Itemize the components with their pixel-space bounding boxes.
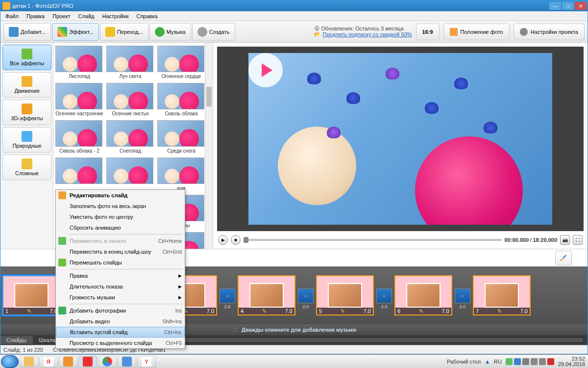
tab-add[interactable]: Добавит...	[3, 23, 51, 41]
ctx-item[interactable]: Громкость музыки▶	[56, 292, 185, 303]
play-button[interactable]: ▶	[218, 235, 228, 245]
stop-button[interactable]: ■	[231, 235, 241, 245]
timecode: 00:00.000 / 18:20.000	[505, 237, 557, 243]
show-desktop[interactable]: Рабочий стол	[447, 359, 481, 365]
cat-3d[interactable]: 3D-эффекты	[2, 100, 51, 125]
task-notepad[interactable]	[118, 356, 136, 368]
app-icon	[2, 2, 10, 10]
ctx-item[interactable]: Вставить пустой слайдCtrl+Ins	[56, 327, 185, 338]
updates-info: 🛈 Обновления: Осталось 3 месяца 📂 Продли…	[314, 26, 412, 38]
effect-item[interactable]	[106, 158, 154, 194]
effect-item[interactable]: Осенние листья	[106, 83, 154, 119]
tray-icons[interactable]	[506, 358, 554, 365]
transition[interactable]: ◦2.0	[219, 282, 236, 309]
context-menu: Редактировать слайдЗаполнить фото на вес…	[55, 189, 185, 349]
menu-slide[interactable]: Слайд	[74, 12, 98, 20]
play-overlay-button[interactable]	[248, 53, 283, 87]
ctx-item[interactable]: Добавить фотографииIns	[56, 305, 185, 316]
layers-icon	[22, 158, 32, 169]
effect-item[interactable]: Сквозь облака - 2	[55, 120, 103, 157]
puzzle-icon	[22, 49, 32, 59]
ctx-item[interactable]: Уместить фото по центру	[56, 211, 185, 222]
menu-settings[interactable]: Настройки	[98, 12, 133, 20]
tab-create[interactable]: Создать	[192, 23, 235, 41]
ctx-item[interactable]: Переместить в конец слайд-шоуCtrl+End	[56, 246, 185, 257]
cat-motion[interactable]: Движения	[2, 72, 51, 98]
titlebar: детки 1 - ФотоШОУ PRO — □ ✕	[0, 0, 588, 11]
ctx-item: Переместить в началоCtrl+Home	[56, 236, 185, 246]
preview-area[interactable]	[217, 47, 584, 231]
effect-item[interactable]: Листопад	[55, 46, 103, 82]
image-icon	[450, 28, 458, 36]
task-photoshow[interactable]	[78, 356, 97, 368]
timeline-slide[interactable]: 7✎7.0	[473, 275, 531, 315]
effect-item[interactable]	[55, 158, 103, 194]
effect-item[interactable]: Сквозь облака	[157, 83, 205, 119]
start-button[interactable]	[1, 355, 19, 368]
fullscreen-button[interactable]: ⛶	[573, 235, 583, 245]
close-button[interactable]: ✕	[575, 2, 587, 10]
cat-nature[interactable]: Природные	[2, 127, 51, 153]
cat-all-effects[interactable]: Все эффекты	[2, 45, 51, 70]
effect-item[interactable]: Осеннее настроение	[55, 83, 103, 119]
tab-music[interactable]: Музыка	[149, 23, 191, 41]
renew-link[interactable]: Продлить подписку со скидкой 50%	[323, 31, 412, 37]
brush-button[interactable]: 🖌️	[555, 251, 572, 265]
minimize-button[interactable]: —	[549, 2, 561, 10]
ctx-item[interactable]: Правка▶	[56, 270, 185, 281]
lang-indicator[interactable]: RU	[494, 359, 502, 365]
tab-transitions[interactable]: Переход...	[100, 23, 148, 41]
seek-slider[interactable]	[244, 239, 502, 241]
effect-item[interactable]: Луч света	[106, 46, 154, 82]
snowflake-icon	[22, 131, 32, 142]
gear-icon	[197, 27, 207, 37]
menu-file[interactable]: Файл	[1, 12, 23, 20]
task-chrome[interactable]	[98, 356, 117, 368]
timeline-slide[interactable]: 4✎7.0	[238, 275, 295, 315]
transition[interactable]: ◦2.0	[297, 282, 314, 309]
menu-edit[interactable]: Правка	[23, 12, 49, 20]
cat-complex[interactable]: Сложные	[2, 155, 51, 180]
task-ybrowser[interactable]: Y	[137, 356, 156, 368]
camera-icon	[9, 27, 19, 37]
timeline-slide[interactable]: 1✎7.0	[2, 275, 60, 315]
preview-image	[248, 53, 552, 225]
arrows-icon	[22, 76, 32, 87]
clock[interactable]: 23:5229.04.2018	[558, 356, 585, 367]
timeline-slide[interactable]: 5✎7.0	[316, 275, 374, 315]
task-explorer[interactable]	[20, 356, 38, 368]
task-yandex[interactable]: Я	[39, 356, 58, 368]
ctx-item[interactable]: Перемешать слайды	[56, 257, 185, 268]
menu-project[interactable]: Проект	[49, 12, 74, 20]
scrollbar[interactable]	[205, 43, 213, 249]
palette-icon	[57, 27, 67, 37]
ctx-item[interactable]: Длительность показа▶	[56, 281, 185, 292]
timeline-slide[interactable]: 6✎7.0	[394, 275, 452, 315]
ctx-item[interactable]: Сбросить анимацию	[56, 222, 185, 233]
music-icon	[155, 27, 165, 37]
photo-position-button[interactable]: Положение фото	[443, 24, 510, 40]
effect-item[interactable]: Среди снега	[157, 120, 205, 157]
transition[interactable]: ◦2.0	[376, 282, 392, 309]
tab-effects[interactable]: Эффект...	[52, 23, 99, 41]
maximize-button[interactable]: □	[562, 2, 574, 10]
category-sidebar: Все эффекты Движения 3D-эффекты Природны…	[0, 43, 53, 249]
snapshot-button[interactable]: 📷	[560, 235, 570, 245]
preview-pane: ▶ ■ 00:00.000 / 18:20.000 📷 ⛶	[213, 43, 588, 249]
window-title: детки 1 - ФотоШОУ PRO	[12, 3, 74, 9]
scrollbar-thumb[interactable]	[206, 87, 212, 106]
effect-item[interactable]: Огненное сердце	[157, 46, 205, 82]
aspect-ratio-button[interactable]: 16:9	[416, 24, 440, 40]
ctx-item[interactable]: Заполнить фото на весь экран	[56, 201, 185, 211]
tab-slides[interactable]: Слайды	[0, 336, 33, 344]
ctx-item[interactable]: Добавить видеоShift+Ins	[56, 316, 185, 327]
menu-help[interactable]: Справка	[132, 12, 161, 20]
project-settings-button[interactable]: Настройки проекта	[514, 24, 585, 40]
ctx-item[interactable]: Просмотр с выделенного слайдаCtrl+F5	[56, 338, 185, 348]
effect-item[interactable]: иум	[157, 158, 205, 194]
effect-item[interactable]: Снегопад	[106, 120, 154, 157]
transition[interactable]: ◦2.0	[454, 282, 471, 309]
ctx-item[interactable]: Редактировать слайд	[56, 190, 185, 201]
menubar: Файл Правка Проект Слайд Настройки Справ…	[0, 11, 588, 21]
task-app1[interactable]	[59, 356, 77, 368]
